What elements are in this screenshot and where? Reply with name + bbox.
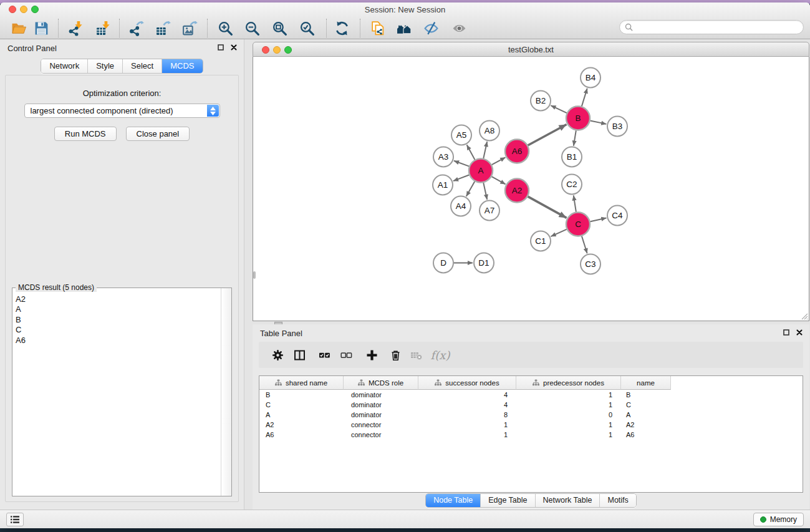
mcds-result-item[interactable]: A6 bbox=[16, 336, 220, 346]
graph-node-B3[interactable]: B3 bbox=[607, 117, 627, 137]
mcds-result-item[interactable]: A bbox=[16, 304, 220, 314]
column-header-name[interactable]: name bbox=[621, 376, 671, 390]
graph-edge-A-A6[interactable] bbox=[492, 157, 506, 165]
table-settings-icon[interactable] bbox=[269, 347, 286, 362]
graph-node-B2[interactable]: B2 bbox=[531, 91, 551, 111]
graph-edge-B-B2[interactable] bbox=[551, 105, 567, 113]
graph-edge-B-B3[interactable] bbox=[591, 121, 607, 124]
unselect-all-columns-icon[interactable] bbox=[338, 347, 354, 362]
table-row[interactable]: A6connector11A6 bbox=[259, 430, 803, 440]
graph-node-A5[interactable]: A5 bbox=[451, 125, 471, 145]
tab-motifs[interactable]: Motifs bbox=[599, 494, 635, 507]
import-table-from-file-icon[interactable] bbox=[94, 19, 112, 37]
tab-network[interactable]: Network bbox=[41, 59, 87, 73]
resize-grip-icon[interactable] bbox=[800, 312, 808, 320]
run-mcds-button[interactable]: Run MCDS bbox=[54, 127, 117, 141]
zoom-fit-icon[interactable] bbox=[270, 19, 289, 37]
graph-node-A7[interactable]: A7 bbox=[480, 201, 499, 221]
tab-mcds[interactable]: MCDS bbox=[162, 59, 202, 73]
criterion-select[interactable]: largest connected component (directed) bbox=[24, 104, 220, 118]
delete-columns-icon[interactable] bbox=[387, 347, 403, 362]
tab-select[interactable]: Select bbox=[122, 59, 162, 73]
zoom-in-icon[interactable] bbox=[216, 19, 234, 37]
mcds-result-item[interactable]: B bbox=[16, 315, 220, 325]
graph-node-D1[interactable]: D1 bbox=[474, 253, 494, 273]
graph-node-C2[interactable]: C2 bbox=[562, 175, 582, 195]
table-row[interactable]: Adominator80A bbox=[259, 410, 803, 420]
network-window-titlebar[interactable]: testGlobe.txt bbox=[253, 42, 809, 57]
graph-edge-A-A8[interactable] bbox=[483, 142, 487, 158]
graph-node-C1[interactable]: C1 bbox=[531, 231, 551, 251]
network-scrollbar-thumb[interactable] bbox=[253, 271, 256, 279]
export-network-icon[interactable] bbox=[127, 19, 145, 37]
close-panel-icon[interactable] bbox=[230, 44, 238, 51]
graph-edge-A-A3[interactable] bbox=[454, 161, 469, 167]
graph-edge-A-A2[interactable] bbox=[492, 177, 506, 184]
search-input[interactable] bbox=[636, 22, 798, 32]
graph-node-B4[interactable]: B4 bbox=[581, 68, 600, 88]
close-panel-icon[interactable] bbox=[796, 329, 803, 336]
refresh-view-icon[interactable] bbox=[332, 19, 351, 37]
graph-node-A8[interactable]: A8 bbox=[480, 121, 499, 141]
graph-node-A1[interactable]: A1 bbox=[433, 175, 453, 195]
column-header-shared-name[interactable]: shared name bbox=[259, 376, 344, 390]
graph-edge-C-C4[interactable] bbox=[591, 218, 607, 221]
graph-edge-A6-B[interactable] bbox=[528, 124, 567, 145]
table-row[interactable]: Bdominator41B bbox=[259, 390, 803, 400]
import-network-from-file-icon[interactable] bbox=[66, 19, 85, 37]
graph-node-B1[interactable]: B1 bbox=[562, 147, 582, 167]
column-header-successor-nodes[interactable]: successor nodes bbox=[418, 376, 516, 390]
task-history-button[interactable] bbox=[6, 513, 24, 526]
graph-node-C[interactable]: C bbox=[566, 213, 590, 236]
table-row[interactable]: Cdominator41C bbox=[259, 400, 803, 410]
tab-node-table[interactable]: Node Table bbox=[426, 494, 480, 507]
search-field[interactable] bbox=[619, 20, 804, 34]
network-view[interactable]: B4B2BB3A8A5A6A3B1AA1C2A2A4A7C4CC1C3DD1 bbox=[253, 57, 809, 321]
mcds-result-item[interactable]: A2 bbox=[16, 294, 220, 304]
tab-style[interactable]: Style bbox=[87, 59, 122, 73]
zoom-selected-icon[interactable] bbox=[297, 19, 316, 37]
export-image-icon[interactable] bbox=[180, 19, 199, 37]
graph-node-C3[interactable]: C3 bbox=[581, 254, 600, 274]
create-column-icon[interactable] bbox=[364, 347, 380, 362]
graph-edge-B-B4[interactable] bbox=[582, 89, 587, 107]
tab-edge-table[interactable]: Edge Table bbox=[480, 494, 534, 507]
graph-edge-B-B1[interactable] bbox=[574, 130, 576, 145]
graph-node-A3[interactable]: A3 bbox=[433, 147, 453, 167]
zoom-out-icon[interactable] bbox=[243, 19, 261, 37]
graph-node-A6[interactable]: A6 bbox=[505, 140, 529, 163]
open-session-icon[interactable] bbox=[9, 19, 28, 37]
graph-edge-A-A1[interactable] bbox=[453, 175, 469, 181]
duplicate-network-icon[interactable] bbox=[368, 19, 387, 37]
graph-node-B[interactable]: B bbox=[566, 107, 590, 130]
column-header-predecessor-nodes[interactable]: predecessor nodes bbox=[516, 376, 621, 390]
graph-edge-A-A5[interactable] bbox=[467, 145, 475, 160]
graph-node-C4[interactable]: C4 bbox=[607, 206, 627, 226]
graph-edge-C-C1[interactable] bbox=[551, 230, 566, 236]
delete-table-icon[interactable] bbox=[408, 347, 424, 362]
save-session-icon[interactable] bbox=[32, 19, 51, 37]
tab-network-table[interactable]: Network Table bbox=[535, 494, 600, 507]
memory-button[interactable]: Memory bbox=[753, 513, 804, 526]
graph-node-A4[interactable]: A4 bbox=[451, 196, 471, 216]
function-builder-icon[interactable]: f(x) bbox=[432, 347, 448, 362]
export-table-icon[interactable] bbox=[153, 19, 172, 37]
select-all-columns-icon[interactable] bbox=[316, 347, 332, 362]
mcds-result-item[interactable]: C bbox=[16, 325, 220, 335]
show-panels-icon[interactable] bbox=[450, 19, 468, 37]
column-header-MCDS-role[interactable]: MCDS role bbox=[344, 376, 418, 390]
graph-edge-C-C3[interactable] bbox=[582, 236, 587, 254]
graph-node-A2[interactable]: A2 bbox=[505, 179, 529, 203]
close-panel-button[interactable]: Close panel bbox=[126, 127, 190, 141]
show-columns-icon[interactable] bbox=[291, 347, 307, 362]
birds-eye-view-icon[interactable] bbox=[395, 19, 413, 37]
table-row[interactable]: A2connector11A2 bbox=[259, 420, 803, 430]
float-panel-icon[interactable] bbox=[783, 329, 790, 336]
graph-node-A[interactable]: A bbox=[469, 159, 493, 183]
graph-edge-A2-C[interactable] bbox=[528, 196, 567, 218]
mcds-list-scrollbar[interactable] bbox=[221, 288, 231, 496]
graph-edge-C-C2[interactable] bbox=[574, 195, 576, 211]
float-panel-icon[interactable] bbox=[217, 44, 224, 51]
hide-panels-icon[interactable] bbox=[422, 19, 440, 37]
graph-node-D[interactable]: D bbox=[433, 253, 453, 273]
